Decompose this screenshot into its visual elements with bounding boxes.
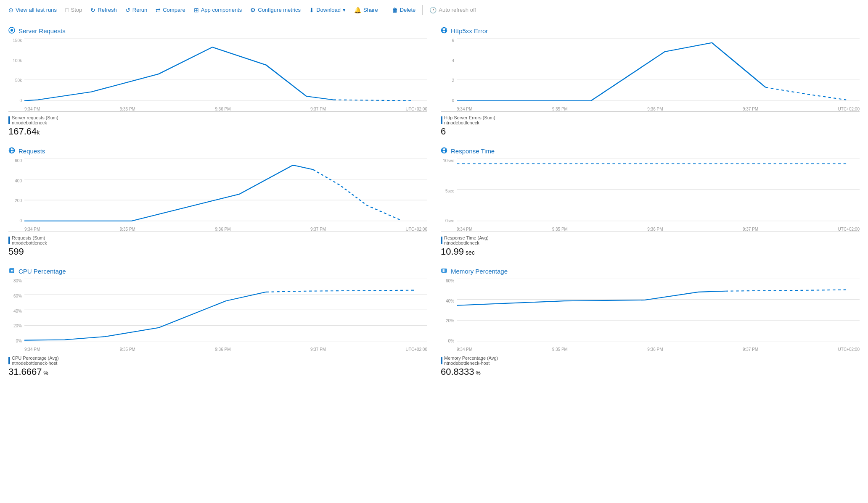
x-label: 9:35 PM bbox=[120, 227, 135, 232]
x-label: UTC+02:00 bbox=[406, 227, 427, 232]
chart-title-requests: Requests bbox=[8, 147, 427, 155]
chart-title-response-time: Response Time bbox=[441, 147, 860, 155]
y-axis-cpu-percentage: 80%60%40%20%0% bbox=[8, 279, 24, 343]
legend-bar bbox=[8, 357, 10, 364]
chart-legend-cpu-percentage: CPU Percentage (Avg) ntnodebottleneck-ho… bbox=[8, 356, 427, 377]
x-label: 9:37 PM bbox=[743, 227, 758, 232]
y-label: 0 bbox=[452, 98, 454, 103]
chart-title-text-http5xx-error: Http5xx Error bbox=[451, 27, 488, 34]
x-label: UTC+02:00 bbox=[406, 107, 427, 111]
charts-grid: Server Requests 150k100k50k09:34 PM9:35 … bbox=[8, 27, 860, 377]
legend-metric-sub: ntnodebottleneck-host bbox=[12, 361, 59, 366]
value-number: 6 bbox=[441, 126, 446, 137]
y-axis-response-time: 10sec5sec0sec bbox=[441, 158, 456, 223]
app-components-icon: ⊞ bbox=[194, 7, 199, 13]
toolbar-separator-1 bbox=[385, 5, 385, 15]
configure-metrics-icon: ⚙ bbox=[250, 7, 256, 13]
chart-area-response-time: 10sec5sec0sec9:34 PM9:35 PM9:36 PM9:37 P… bbox=[441, 158, 860, 232]
app-components-button[interactable]: ⊞ App components bbox=[191, 5, 246, 15]
x-label: 9:37 PM bbox=[310, 227, 326, 232]
y-label: 0% bbox=[448, 339, 454, 343]
chart-value-response-time: 10.99 sec bbox=[441, 246, 860, 257]
svg-container-memory-percentage bbox=[457, 279, 860, 343]
y-label: 6 bbox=[452, 38, 454, 43]
chart-value-server-requests: 167.64k bbox=[8, 126, 427, 137]
view-all-runs-icon: ⊙ bbox=[8, 7, 13, 13]
x-label: 9:36 PM bbox=[647, 107, 663, 111]
x-axis-cpu-percentage: 9:34 PM9:35 PM9:36 PM9:37 PMUTC+02:00 bbox=[24, 347, 427, 352]
chart-value-memory-percentage: 60.8333 % bbox=[441, 366, 860, 377]
chart-legend-response-time: Response Time (Avg) ntnodebottleneck 10.… bbox=[441, 235, 860, 257]
chart-svg-http5xx-error bbox=[457, 38, 860, 103]
x-label: 9:34 PM bbox=[457, 347, 472, 352]
chart-svg-response-time bbox=[457, 158, 860, 223]
x-label: UTC+02:00 bbox=[838, 347, 860, 352]
legend-metric-label: Requests (Sum) bbox=[12, 235, 47, 240]
x-axis-server-requests: 9:34 PM9:35 PM9:36 PM9:37 PMUTC+02:00 bbox=[24, 107, 427, 111]
auto-refresh-button[interactable]: 🕐 Auto refresh off bbox=[426, 5, 479, 15]
legend-metric-label: Server requests (Sum) bbox=[12, 115, 58, 120]
legend-bar bbox=[441, 237, 442, 244]
legend-label-row: Server requests (Sum) ntnodebottleneck bbox=[8, 115, 427, 125]
chart-svg-requests bbox=[24, 158, 427, 223]
chart-title-cpu-percentage: CPU Percentage bbox=[8, 267, 427, 275]
x-axis-http5xx-error: 9:34 PM9:35 PM9:36 PM9:37 PMUTC+02:00 bbox=[457, 107, 860, 111]
chart-panel-cpu-percentage: CPU Percentage 80%60%40%20%0%9:34 PM9:35… bbox=[8, 267, 427, 377]
y-label: 20% bbox=[446, 319, 454, 323]
svg-container-response-time bbox=[457, 158, 860, 223]
compare-icon: ⇄ bbox=[156, 7, 161, 13]
x-label: 9:34 PM bbox=[457, 107, 472, 111]
download-button[interactable]: ⬇ Download ▾ bbox=[306, 5, 349, 15]
legend-bar bbox=[441, 357, 442, 364]
chart-area-http5xx-error: 64209:34 PM9:35 PM9:36 PM9:37 PMUTC+02:0… bbox=[441, 38, 860, 112]
rerun-icon: ↺ bbox=[125, 7, 130, 13]
chart-area-memory-percentage: 60%40%20%0%9:34 PM9:35 PM9:36 PM9:37 PMU… bbox=[441, 279, 860, 352]
x-axis-requests: 9:34 PM9:35 PM9:36 PM9:37 PMUTC+02:00 bbox=[24, 227, 427, 232]
x-axis-memory-percentage: 9:34 PM9:35 PM9:36 PM9:37 PMUTC+02:00 bbox=[457, 347, 860, 352]
delete-button[interactable]: 🗑 Delete bbox=[389, 5, 419, 15]
auto-refresh-icon: 🕐 bbox=[429, 7, 437, 13]
legend-metric-label: Http Server Errors (Sum) bbox=[444, 115, 495, 120]
view-all-runs-button[interactable]: ⊙ View all test runs bbox=[5, 5, 60, 15]
chart-area-requests: 60040020009:34 PM9:35 PM9:36 PM9:37 PMUT… bbox=[8, 158, 427, 232]
chart-panel-response-time: Response Time 10sec5sec0sec9:34 PM9:35 P… bbox=[441, 147, 860, 257]
value-number: 60.8333 bbox=[441, 366, 474, 377]
refresh-icon: ↻ bbox=[90, 7, 95, 13]
chart-area-cpu-percentage: 80%60%40%20%0%9:34 PM9:35 PM9:36 PM9:37 … bbox=[8, 279, 427, 352]
x-label: 9:34 PM bbox=[24, 107, 40, 111]
x-label: 9:36 PM bbox=[647, 347, 663, 352]
stop-button[interactable]: □ Stop bbox=[62, 5, 85, 15]
y-label: 600 bbox=[15, 158, 22, 163]
y-axis-memory-percentage: 60%40%20%0% bbox=[441, 279, 456, 343]
legend-metric-sub: ntnodebottleneck bbox=[12, 120, 58, 125]
x-label: 9:34 PM bbox=[457, 227, 472, 232]
x-label: 9:36 PM bbox=[215, 347, 230, 352]
refresh-button[interactable]: ↻ Refresh bbox=[87, 5, 120, 15]
x-label: UTC+02:00 bbox=[406, 347, 427, 352]
y-label: 0% bbox=[16, 339, 22, 343]
x-axis-response-time: 9:34 PM9:35 PM9:36 PM9:37 PMUTC+02:00 bbox=[457, 227, 860, 232]
legend-label-row: Requests (Sum) ntnodebottleneck bbox=[8, 235, 427, 245]
configure-metrics-button[interactable]: ⚙ Configure metrics bbox=[247, 5, 304, 15]
x-label: 9:35 PM bbox=[552, 347, 568, 352]
legend-bar bbox=[8, 116, 10, 124]
y-axis-server-requests: 150k100k50k0 bbox=[8, 38, 24, 103]
chart-svg-cpu-percentage bbox=[24, 279, 427, 343]
stop-icon: □ bbox=[65, 7, 69, 13]
share-icon: 🔔 bbox=[354, 7, 361, 13]
chart-legend-server-requests: Server requests (Sum) ntnodebottleneck 1… bbox=[8, 115, 427, 137]
chart-svg-memory-percentage bbox=[457, 279, 860, 343]
y-label: 0 bbox=[19, 98, 22, 103]
y-label: 150k bbox=[13, 38, 22, 43]
chart-title-text-cpu-percentage: CPU Percentage bbox=[19, 268, 66, 275]
value-suffix: % bbox=[474, 370, 481, 376]
chart-value-requests: 599 bbox=[8, 246, 427, 257]
compare-button[interactable]: ⇄ Compare bbox=[152, 5, 188, 15]
value-suffix: sec bbox=[464, 249, 475, 256]
legend-label-row: Http Server Errors (Sum) ntnodebottlenec… bbox=[441, 115, 860, 125]
share-button[interactable]: 🔔 Share bbox=[351, 5, 381, 15]
chart-title-memory-percentage: Memory Percentage bbox=[441, 267, 860, 275]
chart-icon-cpu-percentage bbox=[8, 267, 15, 275]
legend-bar bbox=[8, 237, 10, 244]
rerun-button[interactable]: ↺ Rerun bbox=[122, 5, 151, 15]
